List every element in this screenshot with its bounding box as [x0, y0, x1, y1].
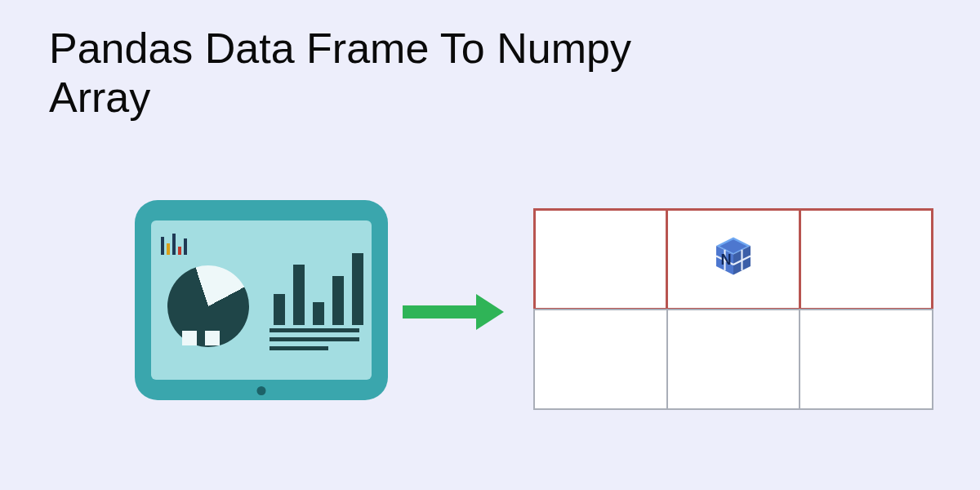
square-dots-icon — [182, 331, 220, 345]
menu-lines-icon — [270, 328, 359, 355]
tablet-screen — [151, 220, 372, 380]
dashboard-tablet-illustration — [135, 200, 388, 400]
numpy-array-grid: N — [534, 209, 933, 409]
svg-text:N: N — [721, 252, 732, 268]
bar-chart-icon — [274, 252, 363, 325]
grid-cell — [533, 208, 668, 310]
arrow-right-icon — [403, 294, 504, 330]
page-title: Pandas Data Frame To Numpy Array — [49, 24, 719, 122]
grid-cell — [666, 309, 801, 411]
grid-cell — [800, 208, 933, 310]
grid-row — [534, 310, 933, 410]
numpy-logo-icon: N — [705, 230, 762, 287]
tablet-home-button-icon — [257, 386, 266, 395]
mini-bar-icon — [161, 229, 187, 255]
grid-cell — [799, 309, 933, 411]
grid-cell — [533, 309, 668, 411]
grid-row-highlighted: N — [534, 209, 933, 310]
grid-cell-numpy: N — [666, 208, 800, 310]
